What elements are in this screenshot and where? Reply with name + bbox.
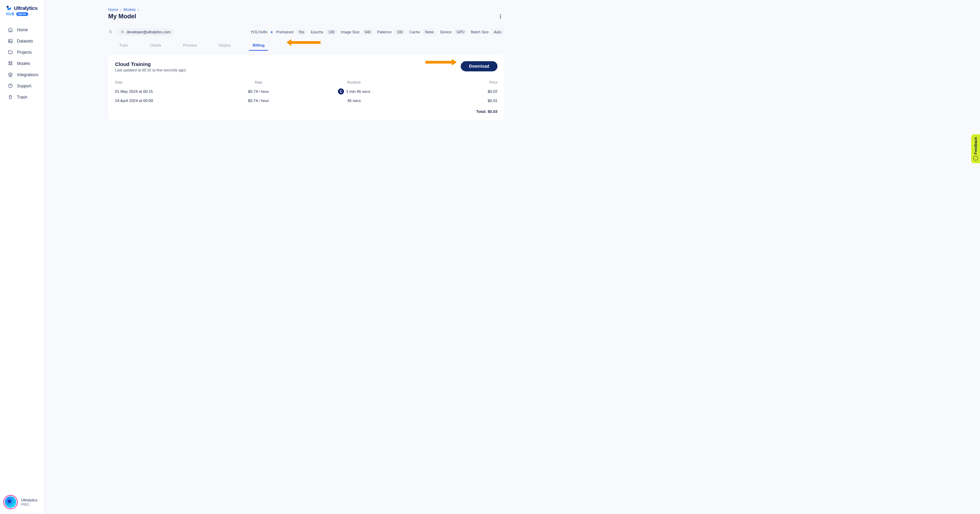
cell-runtime: 45 secs xyxy=(347,98,361,103)
breadcrumb: Home › Models › xyxy=(108,8,504,11)
svg-rect-4 xyxy=(109,31,111,33)
spec-value: Auto xyxy=(491,29,504,35)
spec-value: 100 xyxy=(325,29,337,35)
spec-value: Yes xyxy=(295,29,307,35)
cell-date: 24 April 2024 at 00:00 xyxy=(115,98,211,103)
model-name: YOLOv8n xyxy=(250,30,268,34)
trash-icon xyxy=(8,95,13,100)
spec-label: Batch Size xyxy=(471,30,489,34)
user-icon xyxy=(121,30,124,34)
tab-billing[interactable]: Billing xyxy=(242,40,275,51)
cell-runtime: 1 min 45 secs xyxy=(346,89,370,94)
table-row: 01 May 2024 at 00:15 $0.74 / hour C 1 mi… xyxy=(115,86,498,97)
sidebar-nav: Home Datasets Projects Models Integratio… xyxy=(0,24,44,103)
sidebar-item-support[interactable]: Support xyxy=(4,80,44,92)
logo-badge: BETA xyxy=(16,12,28,16)
tab-preview[interactable]: Preview xyxy=(172,40,208,51)
sidebar-item-trash[interactable]: Trash xyxy=(4,92,44,103)
page-title: My Model xyxy=(108,13,504,20)
spec-value: 640 xyxy=(362,29,374,35)
th-date: Date xyxy=(115,80,211,84)
kebab-menu-button[interactable] xyxy=(500,14,501,19)
th-rate: Rate xyxy=(211,80,306,84)
logo-brand: Ultralytics xyxy=(14,5,37,11)
logo-mark-icon xyxy=(6,5,12,11)
card-title: Cloud Training xyxy=(115,61,186,67)
spec-label: Patience xyxy=(377,30,392,34)
runtime-badge: C xyxy=(338,88,344,95)
model-specs: YOLOv8n PretrainedYes Epochs100 Image Si… xyxy=(250,29,504,35)
sidebar-item-label: Trash xyxy=(17,95,27,100)
cell-price: $0.01 xyxy=(402,98,498,103)
download-button[interactable]: Download xyxy=(461,61,498,71)
breadcrumb-home[interactable]: Home xyxy=(108,8,118,11)
layers-icon xyxy=(8,72,13,77)
owner-email: developer@ultralytics.com xyxy=(127,30,170,34)
tab-deploy[interactable]: Deploy xyxy=(208,40,242,51)
sidebar-item-home[interactable]: Home xyxy=(4,24,44,35)
status-dot-icon xyxy=(271,31,272,33)
sidebar-item-label: Projects xyxy=(17,50,32,55)
lock-icon xyxy=(108,29,113,35)
annotation-arrow-download xyxy=(425,59,457,66)
svg-point-0 xyxy=(7,6,9,8)
folder-icon xyxy=(8,50,13,55)
command-icon xyxy=(8,61,13,66)
th-runtime: Runtime xyxy=(306,80,402,84)
cell-price: $0.02 xyxy=(402,89,498,94)
chevron-right-icon: › xyxy=(137,8,139,11)
spec-value: 100 xyxy=(394,29,406,35)
sidebar-item-datasets[interactable]: Datasets xyxy=(4,35,44,47)
spec-label: Device xyxy=(440,30,452,34)
spec-value: None xyxy=(422,29,437,35)
sidebar-item-label: Datasets xyxy=(17,39,33,43)
sidebar-item-label: Support xyxy=(17,84,31,88)
owner-pill[interactable]: developer@ultralytics.com xyxy=(117,28,175,36)
sidebar-item-label: Integrations xyxy=(17,72,38,77)
logo-sub: HUB xyxy=(6,12,14,16)
help-icon xyxy=(8,83,13,88)
info-row: developer@ultralytics.com YOLOv8n Pretra… xyxy=(108,28,504,36)
sidebar-item-projects[interactable]: Projects xyxy=(4,47,44,58)
sidebar-item-label: Home xyxy=(17,27,28,32)
chevron-right-icon: › xyxy=(120,8,121,11)
table-row: 24 April 2024 at 00:00 $0.74 / hour 45 s… xyxy=(115,97,498,105)
cell-date: 01 May 2024 at 00:15 xyxy=(115,89,211,94)
total-row: Total: $0.03 xyxy=(115,109,498,114)
home-icon xyxy=(8,27,13,32)
annotation-arrow-billing xyxy=(286,39,321,46)
image-icon xyxy=(8,38,13,43)
cell-rate: $0.74 / hour xyxy=(211,89,306,94)
sidebar-item-integrations[interactable]: Integrations xyxy=(4,69,44,80)
svg-point-5 xyxy=(122,31,123,32)
cell-rate: $0.74 / hour xyxy=(211,98,306,103)
spec-label: Cache xyxy=(409,30,420,34)
card-subtitle: Last updated at 00:16 (a few seconds ago… xyxy=(115,68,186,72)
spec-label: Image Size xyxy=(341,30,360,34)
th-price: Price xyxy=(402,80,498,84)
spec-value: GPU xyxy=(453,29,468,35)
logo[interactable]: Ultralytics HUB BETA xyxy=(0,0,44,18)
tab-train[interactable]: Train xyxy=(108,40,139,51)
spec-label: Epochs xyxy=(311,30,323,34)
spec-label: Pretrained xyxy=(276,30,293,34)
tab-charts[interactable]: Charts xyxy=(139,40,172,51)
billing-table: Date Rate Runtime Price 01 May 2024 at 0… xyxy=(115,78,498,114)
sidebar: Ultralytics HUB BETA Home Datasets Proje… xyxy=(0,0,44,269)
main-content: Home › Models › My Model developer@ultra… xyxy=(44,0,514,130)
breadcrumb-models[interactable]: Models xyxy=(124,8,135,11)
sidebar-item-models[interactable]: Models xyxy=(4,58,44,69)
sidebar-item-label: Models xyxy=(17,61,30,66)
